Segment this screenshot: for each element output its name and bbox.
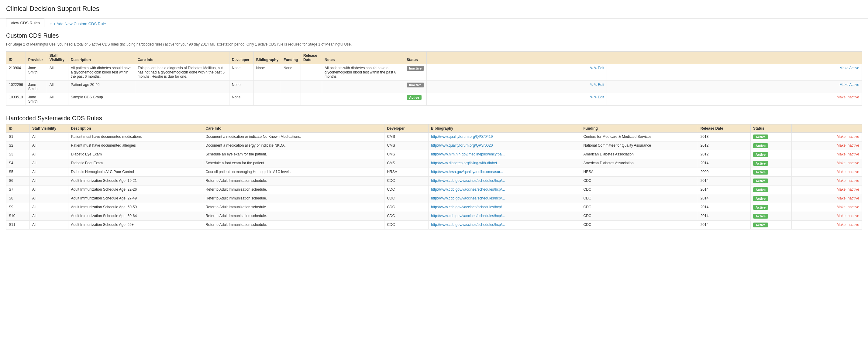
col-header-staff-visibility: Staff Visibility — [47, 52, 68, 64]
bibliography-link[interactable]: http://www.qualityforum.org/QPS/0020 — [431, 143, 493, 147]
cell-release-date: 2014 — [698, 177, 750, 186]
bibliography-link[interactable]: http://www.nlm.nih.gov/medlineplus/ency/… — [431, 152, 505, 156]
cell-id: S8 — [6, 194, 30, 203]
cell-care-info: Refer to Adult Immunization schedule. — [203, 212, 384, 221]
cell-description: Adult Immunization Schedule Age: 27-49 — [68, 194, 203, 203]
toggle-status-button[interactable]: Make Inactive — [837, 143, 859, 147]
tab-view-cds-rules[interactable]: View CDS Rules — [6, 19, 44, 27]
cell-id: 210904 — [6, 64, 26, 81]
cell-staff-visibility: All — [30, 159, 68, 168]
cell-id: S9 — [6, 203, 30, 212]
bibliography-link[interactable]: http://www.cdc.gov/vaccines/schedules/hc… — [431, 178, 505, 183]
hcol-header-release-date: Release Date — [698, 125, 750, 133]
toggle-status-button[interactable]: Make Inactive — [837, 161, 859, 165]
nav-tabs: View CDS Rules + + Add New Custom CDS Ru… — [0, 19, 868, 27]
toggle-status-button[interactable]: Make Inactive — [837, 134, 859, 139]
cell-staff-visibility: All — [47, 64, 68, 81]
cell-status: Active — [751, 194, 792, 203]
cell-id: S4 — [6, 159, 30, 168]
cell-funding: Centers for Medicare & Medicaid Services — [581, 133, 698, 141]
toggle-status-button[interactable]: Make Inactive — [837, 223, 859, 227]
hardcoded-cds-section: Hardcoded Systemwide CDS Rules ID Staff … — [6, 115, 862, 230]
cell-edit: ✎ Edit — [427, 64, 607, 81]
toggle-status-button[interactable]: Make Inactive — [837, 170, 859, 174]
status-badge: Active — [753, 223, 768, 227]
toggle-status-button[interactable]: Make Inactive — [837, 152, 859, 156]
table-row: S11 All Adult Immunization Schedule Age:… — [6, 221, 862, 230]
table-row: S1 All Patient must have documented medi… — [6, 133, 862, 141]
cell-status: Inactive — [404, 81, 427, 93]
cell-bibliography: http://www.qualityforum.org/QPS/0419 — [428, 133, 581, 141]
custom-cds-section: Custom CDS Rules For Stage 2 of Meaningf… — [6, 32, 862, 106]
cell-release-date: 2014 — [698, 159, 750, 168]
cell-care-info: Refer to Adult Immunization schedule. — [203, 177, 384, 186]
page-header: Clinical Decision Support Rules — [0, 0, 868, 19]
toggle-status-button[interactable]: Make Inactive — [837, 196, 859, 200]
cell-id: 1033513 — [6, 93, 26, 106]
bibliography-link[interactable]: http://www.diabetes.org/living-with-diab… — [431, 161, 500, 165]
hcol-header-funding: Funding — [581, 125, 698, 133]
table-row: S4 All Diabetic Foot Exam Schedule a foo… — [6, 159, 862, 168]
col-header-status: Status — [404, 52, 427, 64]
toggle-status-button[interactable]: Make Active — [839, 82, 859, 87]
table-row: S6 All Adult Immunization Schedule Age: … — [6, 177, 862, 186]
cell-release-date: 2014 — [698, 203, 750, 212]
bibliography-link[interactable]: http://www.qualityforum.org/QPS/0419 — [431, 134, 493, 139]
cell-status: Active — [751, 141, 792, 150]
cell-developer: CDC — [384, 203, 429, 212]
cell-description: Adult Immunization Schedule Age: 65+ — [68, 221, 203, 230]
cell-status: Active — [751, 159, 792, 168]
toggle-status-button[interactable]: Make Inactive — [837, 214, 859, 218]
cell-description: Diabetic Foot Exam — [68, 159, 203, 168]
cell-developer: CDC — [384, 177, 429, 186]
cell-release-date — [301, 81, 322, 93]
cell-staff-visibility: All — [30, 133, 68, 141]
hcol-header-description: Description — [68, 125, 203, 133]
bibliography-link[interactable]: http://www.hrsa.gov/quality/toolbox/meas… — [431, 170, 503, 174]
col-header-action — [607, 52, 862, 64]
cell-funding: CDC — [581, 186, 698, 194]
toggle-status-button[interactable]: Make Inactive — [837, 187, 859, 192]
toggle-status-button[interactable]: Make Inactive — [837, 205, 859, 209]
table-row: 1022296 Jane Smith All Patient age 20-40… — [6, 81, 862, 93]
edit-button[interactable]: ✎ Edit — [590, 66, 604, 70]
cell-id: 1022296 — [6, 81, 26, 93]
edit-button[interactable]: ✎ Edit — [590, 95, 604, 99]
cell-funding: CDC — [581, 194, 698, 203]
cell-developer: None — [229, 93, 253, 106]
bibliography-link[interactable]: http://www.cdc.gov/vaccines/schedules/hc… — [431, 214, 505, 218]
hcol-header-status: Status — [751, 125, 792, 133]
col-header-release-date: Release Date — [301, 52, 322, 64]
cell-developer: None — [229, 81, 253, 93]
cell-funding: American Diabetes Association — [581, 159, 698, 168]
bibliography-link[interactable]: http://www.cdc.gov/vaccines/schedules/hc… — [431, 223, 505, 227]
bibliography-link[interactable]: http://www.cdc.gov/vaccines/schedules/hc… — [431, 205, 505, 209]
table-row: 1033513 Jane Smith All Sample CDS Group … — [6, 93, 862, 106]
status-badge: Inactive — [407, 66, 424, 71]
add-new-custom-cds-rule-link[interactable]: + + Add New Custom CDS Rule — [50, 22, 106, 26]
toggle-status-button[interactable]: Make Active — [839, 66, 859, 70]
cell-staff-visibility: All — [30, 168, 68, 177]
cell-staff-visibility: All — [30, 194, 68, 203]
status-badge: Active — [753, 134, 768, 139]
bibliography-link[interactable]: http://www.cdc.gov/vaccines/schedules/hc… — [431, 187, 505, 192]
cell-staff-visibility: All — [30, 212, 68, 221]
cell-developer: CDC — [384, 186, 429, 194]
toggle-status-button[interactable]: Make Inactive — [837, 95, 859, 99]
cell-action: Make Inactive — [607, 93, 862, 106]
cell-staff-visibility: All — [30, 177, 68, 186]
edit-button[interactable]: ✎ Edit — [590, 82, 604, 87]
bibliography-link[interactable]: http://www.cdc.gov/vaccines/schedules/hc… — [431, 196, 505, 200]
cell-id: S5 — [6, 168, 30, 177]
col-header-bibliography: Bibliography — [253, 52, 281, 64]
status-badge: Active — [753, 161, 768, 166]
cell-funding: American Diabetes Association — [581, 150, 698, 159]
cell-care-info: This patient has a diagnosis of Diabetes… — [135, 64, 229, 81]
cell-status: Active — [404, 93, 427, 106]
cell-status: Inactive — [404, 64, 427, 81]
cell-action: Make Active — [607, 81, 862, 93]
toggle-status-button[interactable]: Make Inactive — [837, 178, 859, 183]
cell-care-info — [135, 93, 229, 106]
cell-funding: CDC — [581, 221, 698, 230]
cell-bibliography: http://www.diabetes.org/living-with-diab… — [428, 159, 581, 168]
